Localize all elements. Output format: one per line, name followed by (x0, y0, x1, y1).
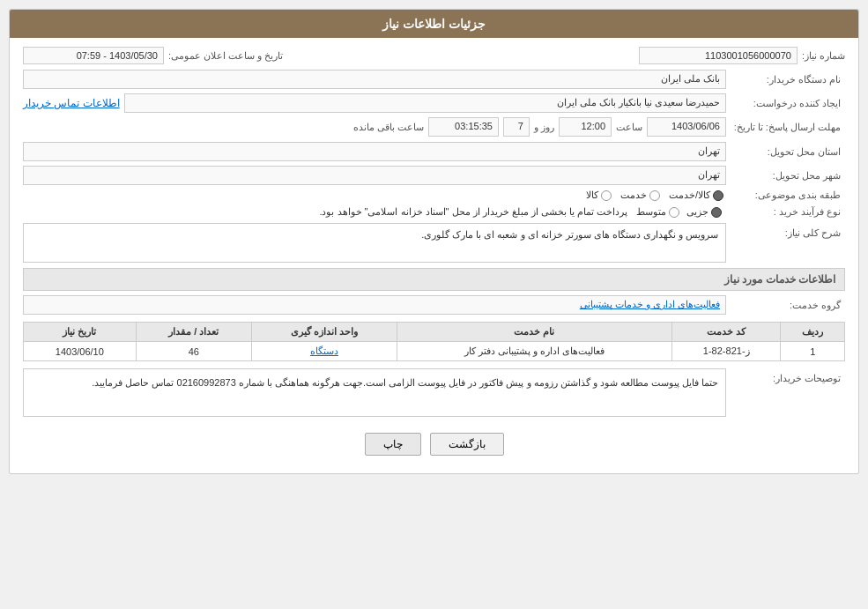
table-cell-name: فعالیت‌های اداره و پشتیبانی دفتر کار (397, 342, 671, 361)
services-table: ردیف کد خدمت نام خدمت واحد اندازه گیری ت… (23, 322, 845, 361)
radio-goods-service-circle (713, 190, 723, 201)
city-row: شهر محل تحویل: تهران (23, 166, 845, 185)
radio-goods-circle (601, 190, 612, 201)
process-row: نوع فرآیند خرید : جزیی متوسط پرداخت تمام… (23, 206, 845, 218)
city-label: شهر محل تحویل: (731, 170, 845, 182)
table-cell-unit: دستگاه (251, 342, 397, 361)
deadline-label: مهلت ارسال پاسخ: تا تاریخ: (731, 122, 845, 133)
radio-goods-service[interactable]: کالا/خدمت (669, 189, 723, 201)
deadline-days: 7 (503, 117, 530, 137)
radio-partial-circle (711, 207, 722, 218)
table-cell-quantity: 46 (136, 342, 251, 361)
radio-service[interactable]: خدمت (620, 189, 660, 201)
requester-label: ایجاد کننده درخواست: (731, 98, 845, 109)
service-group-value[interactable]: فعالیت‌های اداری و خدمات پشتیبانی (23, 295, 726, 315)
radio-medium[interactable]: متوسط (636, 206, 679, 218)
deadline-time-label: ساعت (616, 122, 642, 133)
services-header: اطلاعات خدمات مورد نیاز (23, 268, 845, 291)
province-row: استان محل تحویل: تهران (23, 142, 845, 161)
requester-row: ایجاد کننده درخواست: حمیدرضا سعیدی نیا ب… (23, 93, 845, 113)
need-description-label: شرح کلی نیاز: (731, 223, 845, 239)
table-cell-row: 1 (781, 342, 845, 361)
radio-medium-circle (669, 207, 679, 218)
deadline-row: مهلت ارسال پاسخ: تا تاریخ: 1403/06/06 سا… (23, 117, 845, 137)
print-button[interactable]: چاپ (365, 433, 421, 456)
announce-date-value: 1403/05/30 - 07:59 (23, 47, 164, 64)
page-title: جزئیات اطلاعات نیاز (10, 10, 858, 38)
service-group-label: گروه خدمت: (731, 300, 845, 311)
need-number-value: 1103001056000070 (639, 47, 798, 64)
classification-options: کالا/خدمت خدمت کالا (586, 189, 723, 201)
col-service-name: نام خدمت (397, 323, 671, 342)
col-unit: واحد اندازه گیری (251, 323, 397, 342)
buyer-org-row: نام دستگاه خریدار: بانک ملی ایران (23, 70, 845, 89)
deadline-date: 1403/06/06 (647, 117, 726, 137)
process-options: جزیی متوسط (636, 206, 722, 218)
back-button[interactable]: بازگشت (430, 433, 504, 456)
table-cell-date: 1403/06/10 (24, 342, 137, 361)
buyer-description-value: حتما فایل پیوست مطالعه شود و گذاشتن رزوم… (23, 368, 726, 417)
province-value: تهران (23, 142, 726, 161)
deadline-remaining: 03:15:35 (428, 117, 499, 137)
buyer-description-label: توصیحات خریدار: (731, 368, 845, 384)
requester-value: حمیدرضا سعیدی نیا بانکیار بانک ملی ایران (124, 93, 726, 113)
announce-date-label: تاریخ و ساعت اعلان عمومی: (168, 50, 283, 62)
radio-goods-label: کالا (586, 189, 598, 201)
radio-service-circle (649, 190, 660, 201)
col-quantity: تعداد / مقدار (136, 323, 251, 342)
radio-service-label: خدمت (620, 189, 647, 201)
province-label: استان محل تحویل: (731, 146, 845, 158)
button-row: بازگشت چاپ (23, 424, 845, 464)
deadline-days-label: روز و (534, 122, 554, 133)
deadline-time: 12:00 (559, 117, 612, 137)
radio-goods[interactable]: کالا (586, 189, 612, 201)
need-number-label: شماره نیاز: (802, 50, 845, 62)
process-description: پرداخت تمام یا بخشی از مبلغ خریدار از مح… (319, 206, 627, 218)
service-group-row: گروه خدمت: فعالیت‌های اداری و خدمات پشتی… (23, 295, 845, 315)
deadline-remaining-label: ساعت باقی مانده (353, 122, 424, 133)
contact-link[interactable]: اطلاعات تماس خریدار (23, 97, 120, 109)
classification-label: طبقه بندی موضوعی: (731, 189, 845, 201)
buyer-org-value: بانک ملی ایران (23, 70, 726, 89)
buyer-org-label: نام دستگاه خریدار: (731, 74, 845, 85)
radio-partial[interactable]: جزیی (686, 206, 722, 218)
city-value: تهران (23, 166, 726, 185)
need-number-row: شماره نیاز: 1103001056000070 تاریخ و ساع… (23, 47, 845, 64)
process-label: نوع فرآیند خرید : (731, 206, 845, 218)
col-row-num: ردیف (781, 323, 845, 342)
classification-row: طبقه بندی موضوعی: کالا/خدمت خدمت کالا (23, 189, 845, 201)
radio-goods-service-label: کالا/خدمت (669, 189, 710, 201)
need-description-value: سرویس و نگهداری دستگاه های سورتر خزانه ا… (23, 223, 726, 263)
col-service-code: کد خدمت (671, 323, 780, 342)
table-row: 1ز-821-82-1فعالیت‌های اداره و پشتیبانی د… (24, 342, 845, 361)
radio-partial-label: جزیی (686, 206, 708, 218)
col-date: تاریخ نیاز (24, 323, 137, 342)
table-cell-code: ز-821-82-1 (671, 342, 780, 361)
radio-medium-label: متوسط (636, 206, 666, 218)
